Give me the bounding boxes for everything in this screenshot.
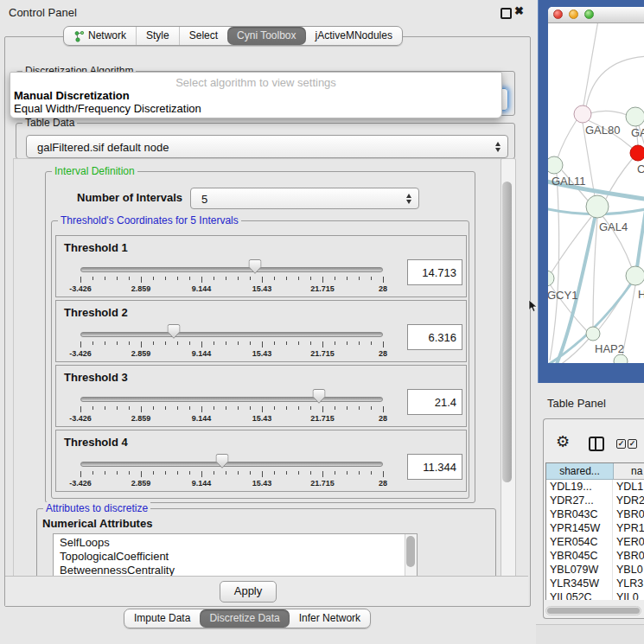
scrollbar-thumb[interactable] — [547, 608, 640, 614]
network-node[interactable] — [630, 145, 644, 161]
network-window: GAL80GACGAL11GAL4GCY1HHAP2 — [548, 7, 644, 363]
bottom-status-strip — [536, 624, 644, 644]
network-node[interactable] — [548, 156, 563, 174]
column-header-shared-name[interactable]: shared... — [546, 463, 614, 480]
combo-arrows-icon — [495, 142, 501, 152]
table-panel-title: Table Panel — [547, 397, 606, 410]
table-row[interactable]: YBL079WYBL0 — [546, 563, 644, 577]
tab-select[interactable]: Select — [179, 27, 227, 45]
threshold-4-value-field[interactable]: 11.344 — [407, 454, 462, 480]
close-icon[interactable]: ✖ — [514, 4, 524, 17]
network-node[interactable] — [614, 354, 628, 363]
node-attribute-table: shared... na YDL19...YDL1YDR27...YDR2YBR… — [545, 462, 644, 600]
zoom-traffic-light[interactable] — [584, 10, 594, 19]
network-node-label: GA — [631, 126, 644, 139]
algorithm-option-equal-width[interactable]: Equal Width/Frequency Discretization — [14, 102, 201, 115]
list-scrollbar[interactable] — [405, 534, 417, 577]
tab-style[interactable]: Style — [136, 27, 179, 45]
slider-track[interactable] — [80, 462, 383, 467]
slider-track[interactable] — [80, 267, 383, 272]
algorithm-dropdown-hint: Select algorithm to view settings — [10, 76, 501, 89]
slider-thumb[interactable] — [168, 324, 181, 342]
network-node[interactable] — [626, 266, 644, 285]
tab-network[interactable]: Network — [64, 27, 136, 45]
network-node[interactable] — [574, 105, 591, 123]
float-window-icon[interactable] — [501, 8, 512, 19]
scrollbar-thumb[interactable] — [502, 182, 512, 482]
threshold-coordinates-title: Threshold's Coordinates for 5 Intervals — [58, 214, 241, 226]
minimize-traffic-light[interactable] — [569, 10, 578, 19]
attributes-group: Attributes to discretize Numerical Attri… — [36, 508, 496, 577]
table-row[interactable]: YIL052CYIL0 — [546, 590, 644, 600]
table-row[interactable]: YDL19...YDL1 — [546, 480, 644, 494]
network-node[interactable] — [586, 195, 609, 218]
threshold-4-slider[interactable]: -3.4262.8599.14415.4321.71528 — [80, 430, 383, 491]
gear-icon[interactable]: ⚙ — [556, 434, 570, 450]
tab-impute-data[interactable]: Impute Data — [124, 609, 200, 628]
slider-track[interactable] — [80, 332, 383, 337]
tab-infer-network[interactable]: Infer Network — [290, 609, 370, 628]
table-data-combobox[interactable]: galFiltered.sif default node — [26, 135, 508, 158]
network-icon — [73, 30, 85, 42]
settings-scroll-area: Interval Definition Number of Intervals … — [13, 158, 501, 577]
table-horizontal-scrollbar[interactable] — [545, 606, 641, 615]
number-of-intervals-combobox[interactable]: 5 — [190, 188, 419, 209]
panel-title: Control Panel — [9, 6, 77, 19]
network-window-titlebar[interactable] — [548, 7, 644, 23]
table-data-value: galFiltered.sif default node — [37, 140, 169, 153]
threshold-2-slider[interactable]: -3.4262.8599.14415.4321.71528 — [80, 301, 383, 361]
table-row[interactable]: YPR145WYPR1 — [546, 521, 644, 535]
attribute-list-item[interactable]: SelfLoops — [54, 536, 417, 550]
network-node-label: H — [638, 288, 644, 301]
attribute-list-item[interactable]: TopologicalCoefficient — [54, 550, 417, 564]
node-table-body: YDL19...YDL1YDR27...YDR2YBR043CYBR0YPR14… — [546, 480, 644, 600]
slider-ticks — [80, 341, 383, 348]
slider-tick-labels: -3.4262.8599.14415.4321.71528 — [80, 349, 383, 358]
combo-arrows-icon — [406, 194, 411, 204]
threshold-1-value-field[interactable]: 14.713 — [407, 259, 462, 285]
slider-thumb[interactable] — [249, 259, 262, 277]
slider-track[interactable] — [80, 397, 383, 402]
threshold-3-slider[interactable]: -3.4262.8599.14415.4321.71528 — [80, 366, 383, 426]
close-traffic-light[interactable] — [553, 10, 563, 19]
threshold-1-panel: Threshold 1 -3.4262.8599.14415.4321.7152… — [55, 235, 467, 297]
network-node-label: GAL4 — [599, 220, 628, 233]
threshold-coordinates-group: Threshold's Coordinates for 5 Intervals … — [51, 220, 469, 499]
table-data-group: Table Data galFiltered.sif default node — [16, 123, 515, 159]
network-node[interactable] — [626, 107, 644, 126]
threshold-2-value-field[interactable]: 6.316 — [407, 324, 462, 350]
apply-button[interactable]: Apply — [220, 581, 277, 603]
split-columns-icon[interactable] — [589, 437, 604, 451]
tab-discretize-data[interactable]: Discretize Data — [200, 609, 289, 628]
network-window-frame[interactable]: GAL80GACGAL11GAL4GCY1HHAP2 — [538, 0, 644, 383]
network-node[interactable] — [548, 271, 554, 286]
tab-network-label: Network — [88, 27, 126, 45]
apply-row: Apply — [5, 576, 528, 606]
column-header-name[interactable]: na — [614, 463, 644, 480]
panel-scrollbar[interactable] — [501, 158, 516, 577]
table-row[interactable]: YDR27...YDR2 — [546, 494, 644, 507]
numerical-attributes-list[interactable]: SelfLoopsTopologicalCoefficientBetweenne… — [53, 533, 418, 577]
algorithm-dropdown-popup: Select algorithm to view settings Manual… — [10, 72, 502, 118]
tab-jactivemnodules[interactable]: jActiveMNodules — [306, 27, 402, 45]
table-row[interactable]: YBR043CYBR0 — [546, 507, 644, 521]
cyni-mode-tabs: Impute Data Discretize Data Infer Networ… — [124, 609, 371, 628]
slider-thumb[interactable] — [216, 454, 229, 472]
threshold-3-value-field[interactable]: 21.4 — [407, 389, 462, 415]
slider-ticks — [80, 277, 383, 284]
network-node[interactable] — [586, 327, 600, 341]
checkbox-icon[interactable]: ✓ — [616, 439, 626, 449]
table-row[interactable]: YLR345WYLR3 — [546, 577, 644, 590]
control-panel-tabs: Network Style Select Cyni Toolbox jActiv… — [63, 26, 403, 46]
threshold-1-slider[interactable]: -3.4262.8599.14415.4321.71528 — [80, 236, 383, 296]
network-node-label: GAL80 — [585, 124, 620, 137]
checkbox-icon[interactable]: ✓ — [628, 439, 637, 449]
table-row[interactable]: YBR045CYBR0 — [546, 549, 644, 563]
algorithm-option-manual[interactable]: Manual Discretization — [14, 89, 130, 102]
network-canvas[interactable]: GAL80GACGAL11GAL4GCY1HHAP2 — [548, 23, 644, 363]
mouse-cursor — [528, 300, 538, 313]
slider-thumb[interactable] — [313, 389, 326, 407]
tab-cyni-toolbox[interactable]: Cyni Toolbox — [227, 27, 305, 45]
table-row[interactable]: YER054CYER0 — [546, 535, 644, 549]
network-node-label: GAL11 — [552, 175, 586, 188]
